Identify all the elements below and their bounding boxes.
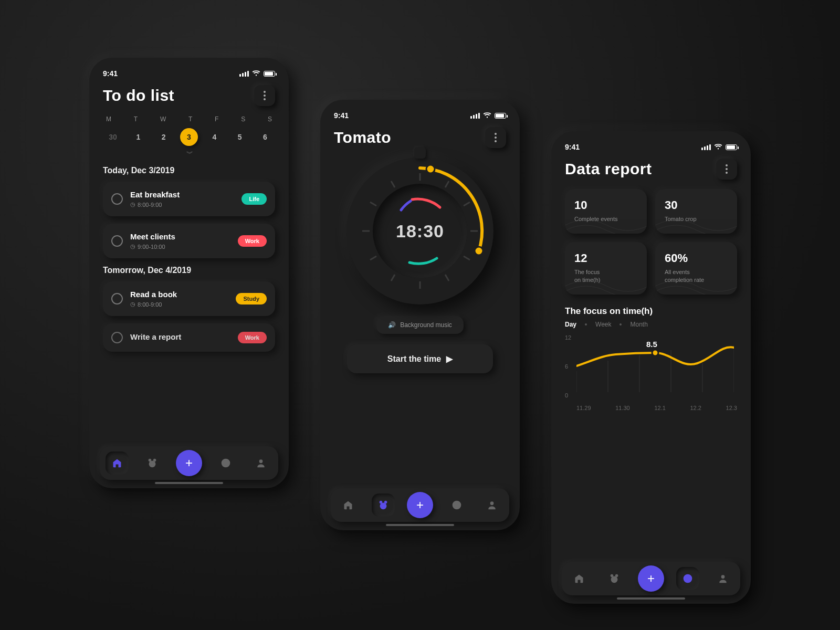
tab-user[interactable] [480,494,503,517]
stat-value: 12 [574,251,637,265]
expand-calendar-icon[interactable]: ︾ [103,149,275,159]
tab-chart[interactable] [214,452,237,475]
clock-icon: ◷ [130,301,135,308]
svg-point-17 [475,247,483,255]
date-cell[interactable]: 1 [129,128,147,146]
task-row[interactable]: Meet clients ◷9:00-10:00 Work [103,224,275,258]
more-button[interactable] [254,85,275,106]
task-tag: Life [242,193,267,205]
status-time: 9:41 [103,69,118,78]
svg-point-16 [426,165,435,173]
status-time: 9:41 [565,143,580,151]
focus-chart: 12 6 0 8.5 [565,334,737,403]
task-row[interactable]: Read a book ◷8:00-9:00 Study [103,281,275,316]
status-icons [470,112,506,119]
stat-card[interactable]: 30 Tomato crop [655,189,737,234]
chart-svg [576,334,734,397]
status-bar: 9:41 [334,111,506,120]
stat-card[interactable]: 12 The focus on time(h) [565,242,647,295]
add-button[interactable]: + [176,450,202,476]
checkbox-icon[interactable] [111,332,123,343]
page-title: Tomato [334,129,391,146]
task-name: Meet clients [130,232,230,241]
date-cell-selected[interactable]: 3 [180,128,198,146]
status-icons [239,70,275,77]
tab-bear[interactable] [141,452,164,475]
signal-icon [239,71,249,77]
checkbox-icon[interactable] [111,293,123,304]
range-tabs: Day Week Month [565,321,737,328]
range-day[interactable]: Day [565,321,576,328]
date-cell[interactable]: 5 [231,128,249,146]
tab-bear[interactable] [603,567,626,590]
wifi-icon [714,144,722,150]
stat-card[interactable]: 10 Complete events [565,189,647,234]
tab-bar: + [331,488,509,522]
timer-dial[interactable]: 18:30 [346,158,494,304]
range-week[interactable]: Week [595,321,611,328]
date-cell[interactable]: 30 [104,128,122,146]
inner-arcs [373,184,467,278]
date-cell[interactable]: 6 [256,128,274,146]
task-tag: Work [238,235,267,247]
battery-icon [726,144,737,150]
inner-dial: 18:30 [373,184,467,278]
more-button[interactable] [485,127,506,148]
wave-decoration-icon [655,209,737,234]
tab-home[interactable] [106,452,129,475]
svg-point-31 [611,576,618,583]
date-cell[interactable]: 4 [205,128,223,146]
tomorrow-label: Tomorrow, Dec 4/2019 [103,266,275,275]
tab-user[interactable] [711,567,734,590]
svg-point-32 [721,575,724,579]
todo-screen: 9:41 To do list MTWTFSS 30 1 2 3 4 5 6 ︾… [89,58,289,488]
wave-decoration-icon [565,270,647,295]
page-title: To do list [103,87,174,104]
svg-point-2 [149,460,156,467]
stat-value: 60% [665,251,728,265]
svg-point-20 [380,502,387,509]
svg-point-21 [490,501,494,505]
add-button[interactable]: + [638,565,664,592]
task-row[interactable]: Eat breakfast ◷8:00-9:00 Life [103,182,275,216]
home-indicator [386,524,454,526]
stats-grid: 10 Complete events 30 Tomato crop 12 The… [565,189,737,295]
wifi-icon [252,70,260,77]
task-name: Write a report [130,332,230,341]
svg-point-3 [259,459,262,463]
status-icons [701,144,737,150]
music-button[interactable]: 🔊 Background music [376,316,464,334]
add-button[interactable]: + [407,492,433,518]
stat-card[interactable]: 60% All events completion rate [655,242,737,295]
battery-icon [264,71,275,77]
more-button[interactable] [716,159,737,180]
tab-bear[interactable] [372,494,395,517]
stopwatch-stem-icon [414,147,426,159]
task-name: Eat breakfast [130,190,234,199]
weekday-row: MTWTFSS [103,116,275,123]
signal-icon [470,113,480,119]
start-button[interactable]: Start the time ▶ [347,344,494,373]
chart-title: The focus on time(h) [565,306,737,317]
wave-decoration-icon [565,209,647,234]
task-row[interactable]: Write a report Work [103,323,275,352]
tab-chart[interactable] [445,494,468,517]
task-time: ◷9:00-10:00 [130,243,230,250]
clock-icon: ◷ [130,201,135,208]
today-label: Today, Dec 3/2019 [103,166,275,175]
task-tag: Study [236,293,267,304]
checkbox-icon[interactable] [111,235,123,247]
report-screen: 9:41 Data report 10 Complete events 30 T… [551,131,751,604]
wifi-icon [483,112,491,119]
clock-icon: ◷ [130,243,135,250]
task-time: ◷8:00-9:00 [130,301,228,308]
tab-chart[interactable] [676,567,699,590]
checkbox-icon[interactable] [111,193,123,205]
date-cell[interactable]: 2 [155,128,173,146]
signal-icon [701,144,711,150]
range-month[interactable]: Month [630,321,647,328]
tab-home[interactable] [568,567,591,590]
tab-bar: + [562,562,740,595]
tab-user[interactable] [249,452,272,475]
tab-home[interactable] [337,494,360,517]
